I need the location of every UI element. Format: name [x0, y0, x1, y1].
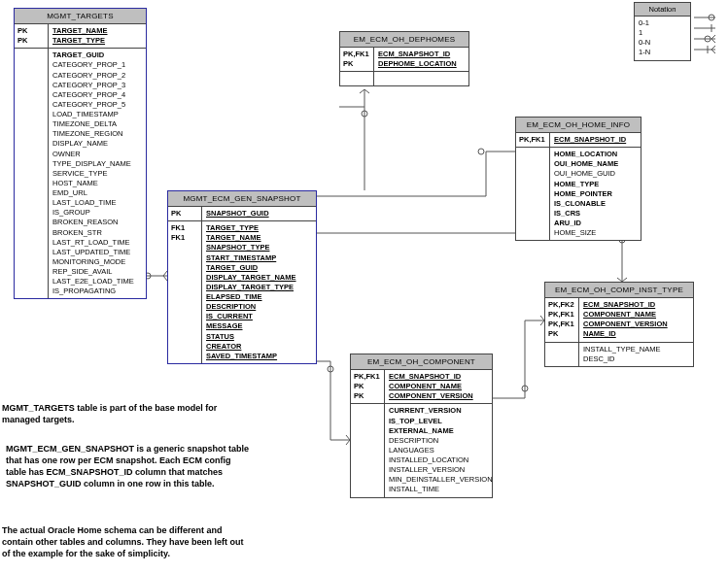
pk-left: PKPK — [15, 24, 49, 48]
notation-rows: 0-1 1 0-N 1-N — [635, 17, 690, 60]
svg-point-11 — [705, 36, 711, 42]
entity-mgmt-targets: MGMT_TARGETS PKPK TARGET_NAMETARGET_TYPE… — [14, 8, 147, 299]
attrs: TARGET_GUIDCATEGORY_PROP_1CATEGORY_PROP_… — [49, 49, 146, 298]
entity-em-ecm-oh-component: EM_ECM_OH_COMPONENT PK,FK1PKPK ECM_SNAPS… — [350, 354, 493, 498]
entity-em-ecm-oh-home-info: EM_ECM_OH_HOME_INFO PK,FK1 ECM_SNAPSHOT_… — [515, 117, 641, 241]
svg-point-3 — [328, 366, 333, 372]
svg-point-7 — [709, 15, 714, 20]
desc-1: MGMT_TARGETS table is part of the base m… — [2, 402, 250, 425]
notation-legend: Notation 0-1 1 0-N 1-N — [634, 2, 691, 61]
entity-title: MGMT_ECM_GEN_SNAPSHOT — [168, 191, 316, 207]
desc-2: MGMT_ECM_GEN_SNAPSHOT is a generic snaps… — [6, 443, 254, 490]
svg-point-4 — [522, 386, 528, 391]
pk-right: TARGET_NAMETARGET_TYPE — [49, 24, 146, 48]
svg-point-2 — [478, 149, 484, 154]
entity-em-ecm-oh-comp-inst-type: EM_ECM_OH_COMP_INST_TYPE PK,FK2PK,FK1PK,… — [544, 282, 694, 367]
entity-title: MGMT_TARGETS — [15, 9, 146, 24]
entity-mgmt-ecm-gen-snapshot: MGMT_ECM_GEN_SNAPSHOT PK SNAPSHOT_GUID F… — [167, 190, 317, 364]
svg-point-1 — [362, 111, 367, 117]
entity-em-ecm-oh-dephomes: EM_ECM_OH_DEPHOMES PK,FK1PK ECM_SNAPSHOT… — [339, 31, 469, 86]
desc-3: The actual Oracle Home schema can be dif… — [2, 524, 250, 559]
